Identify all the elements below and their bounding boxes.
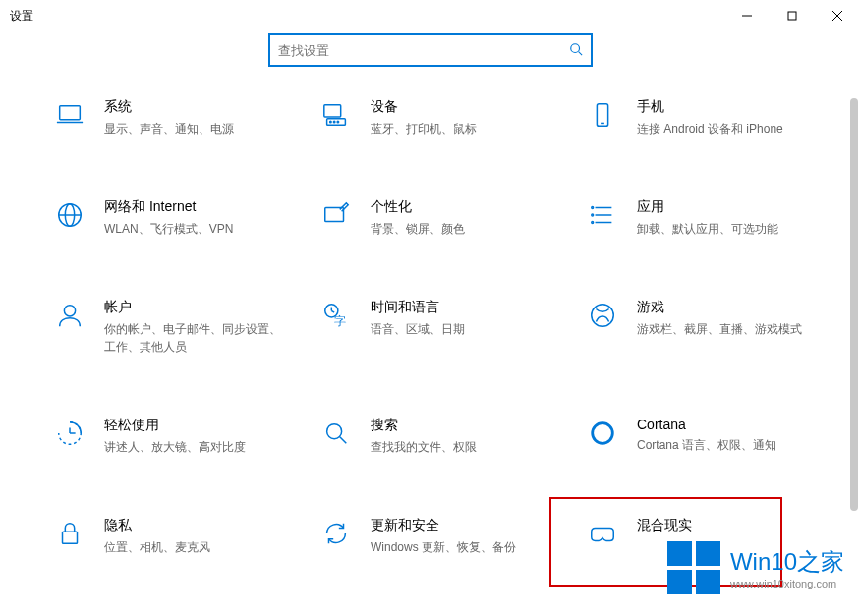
svg-point-10 (330, 121, 332, 123)
tile-subtitle: 背景、锁屏、颜色 (371, 220, 547, 238)
tile-title: 系统 (104, 98, 281, 116)
update-icon (319, 517, 353, 550)
tile-personalization[interactable]: 个性化 背景、锁屏、颜色 (317, 196, 574, 240)
tile-title: 网络和 Internet (104, 198, 281, 216)
svg-point-24 (592, 222, 594, 224)
globe-icon (53, 198, 86, 232)
tile-subtitle: 蓝牙、打印机、鼠标 (371, 120, 547, 138)
laptop-icon (53, 98, 86, 132)
lock-icon (53, 517, 86, 550)
tile-search[interactable]: 搜索 查找我的文件、权限 (317, 415, 574, 458)
tile-title: 隐私 (104, 517, 281, 534)
svg-point-4 (570, 43, 579, 52)
search-input[interactable] (278, 43, 569, 58)
tile-subtitle: WLAN、飞行模式、VPN (104, 220, 281, 238)
tile-network[interactable]: 网络和 Internet WLAN、飞行模式、VPN (51, 196, 308, 240)
xbox-icon (586, 299, 619, 332)
phone-icon (586, 98, 619, 132)
tile-title: 应用 (637, 198, 814, 216)
tile-accounts[interactable]: 帐户 你的帐户、电子邮件、同步设置、工作、其他人员 (51, 297, 308, 358)
tile-subtitle: 你的帐户、电子邮件、同步设置、工作、其他人员 (104, 320, 281, 356)
settings-grid: 系统 显示、声音、通知、电源 设备 蓝牙、打印机、鼠标 手机 连接 Androi… (51, 96, 840, 558)
headset-icon (586, 517, 619, 550)
svg-line-28 (331, 310, 334, 312)
tile-mixed-reality[interactable]: 混合现实 (584, 515, 840, 558)
scrollbar[interactable] (850, 98, 858, 511)
watermark-url: www.win10xitong.com (730, 578, 844, 589)
svg-rect-6 (60, 106, 81, 120)
tile-apps[interactable]: 应用 卸载、默认应用、可选功能 (584, 196, 840, 240)
tile-title: Cortana (637, 417, 814, 432)
tile-title: 设备 (371, 98, 547, 116)
time-language-icon: 字 (319, 299, 353, 332)
svg-line-5 (578, 51, 582, 55)
svg-rect-36 (63, 532, 78, 543)
svg-point-23 (592, 214, 594, 216)
tile-privacy[interactable]: 隐私 位置、相机、麦克风 (51, 515, 308, 558)
maximize-button[interactable] (770, 0, 815, 31)
minimize-button[interactable] (724, 0, 770, 31)
tile-title: 手机 (637, 98, 814, 116)
close-button[interactable] (815, 0, 860, 31)
tile-system[interactable]: 系统 显示、声音、通知、电源 (51, 96, 308, 140)
tile-title: 搜索 (371, 417, 547, 434)
tile-subtitle: 连接 Android 设备和 iPhone (637, 120, 814, 138)
search-icon[interactable] (569, 42, 583, 59)
devices-icon (319, 98, 353, 132)
search-tile-icon (319, 417, 353, 450)
tile-subtitle: Windows 更新、恢复、备份 (371, 538, 547, 556)
paint-icon (319, 198, 353, 232)
svg-line-34 (340, 437, 347, 444)
tile-phone[interactable]: 手机 连接 Android 设备和 iPhone (584, 96, 840, 140)
tile-cortana[interactable]: Cortana Cortana 语言、权限、通知 (584, 415, 840, 458)
tile-title: 混合现实 (637, 517, 814, 534)
tile-title: 游戏 (637, 299, 814, 316)
svg-point-11 (333, 121, 335, 123)
svg-point-25 (64, 306, 75, 316)
svg-point-12 (337, 121, 339, 123)
tile-subtitle: 查找我的文件、权限 (371, 438, 547, 456)
tile-subtitle: 讲述人、放大镜、高对比度 (104, 438, 281, 456)
cortana-icon (586, 417, 619, 450)
svg-point-30 (592, 305, 614, 327)
person-icon (53, 299, 86, 332)
search-box[interactable] (268, 33, 593, 67)
svg-point-35 (593, 423, 613, 444)
search-wrap (0, 33, 860, 67)
tile-subtitle: Cortana 语言、权限、通知 (637, 436, 814, 454)
apps-icon (586, 198, 619, 232)
tile-devices[interactable]: 设备 蓝牙、打印机、鼠标 (317, 96, 574, 140)
tile-subtitle: 语音、区域、日期 (371, 320, 547, 338)
tile-time-language[interactable]: 字 时间和语言 语音、区域、日期 (317, 297, 574, 358)
tile-title: 时间和语言 (371, 299, 547, 316)
svg-rect-8 (324, 105, 341, 117)
titlebar: 设置 (0, 0, 860, 31)
svg-text:字: 字 (334, 314, 346, 328)
tile-subtitle: 卸载、默认应用、可选功能 (637, 220, 814, 238)
tile-gaming[interactable]: 游戏 游戏栏、截屏、直播、游戏模式 (584, 297, 840, 358)
tile-title: 个性化 (371, 198, 547, 216)
svg-rect-18 (325, 208, 344, 222)
window-controls (724, 0, 860, 31)
tile-update-security[interactable]: 更新和安全 Windows 更新、恢复、备份 (317, 515, 574, 558)
tile-subtitle: 显示、声音、通知、电源 (104, 120, 281, 138)
svg-rect-1 (788, 12, 796, 20)
svg-point-22 (592, 207, 594, 209)
tile-title: 轻松使用 (104, 417, 281, 434)
svg-point-33 (327, 424, 342, 439)
tile-subtitle: 位置、相机、麦克风 (104, 538, 281, 556)
tile-title: 帐户 (104, 299, 281, 316)
tile-subtitle: 游戏栏、截屏、直播、游戏模式 (637, 320, 814, 338)
ease-icon (53, 417, 86, 450)
tile-title: 更新和安全 (371, 517, 547, 534)
tile-ease-of-access[interactable]: 轻松使用 讲述人、放大镜、高对比度 (51, 415, 308, 458)
window-title: 设置 (10, 8, 33, 25)
